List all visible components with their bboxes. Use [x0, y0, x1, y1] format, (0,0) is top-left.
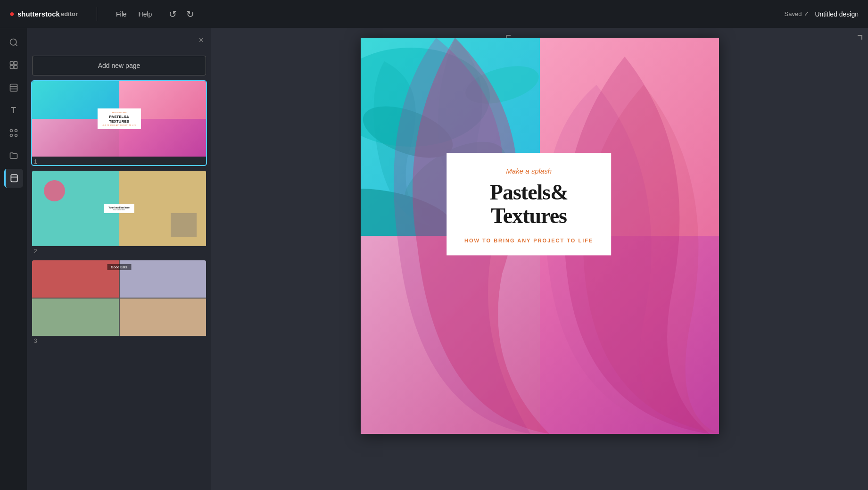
sidebar-item-elements[interactable]: [4, 78, 23, 97]
thumb-inner-3: Good Eats: [32, 260, 206, 336]
page-thumbnail-1[interactable]: Make a splash Pastels&Textures How to br…: [32, 81, 206, 165]
page-number-2: 2: [32, 248, 206, 255]
undo-redo-group: ↺ ↻: [166, 7, 197, 22]
thumb1-card-title: Pastels&Textures: [102, 115, 136, 124]
logo-icon: ●: [9, 9, 15, 19]
page-number-3: 3: [32, 338, 206, 344]
design-canvas: Make a splash Pastels& Textures HOW TO B…: [361, 38, 719, 434]
canvas-area[interactable]: Make a splash Pastels& Textures HOW TO B…: [211, 28, 868, 490]
card-title-line2: Textures: [491, 204, 567, 228]
svg-rect-4: [10, 66, 13, 69]
file-menu[interactable]: File: [116, 10, 127, 18]
card-title: Pastels& Textures: [458, 181, 600, 228]
card-subtitle: Make a splash: [458, 167, 600, 175]
svg-rect-6: [10, 84, 17, 91]
saved-badge: Saved ✓: [785, 10, 810, 17]
logo-text: shutterstock: [17, 10, 60, 18]
thumb-inner-2: Your headline here Your subtitle here: [32, 171, 206, 246]
thumb3-cell2: [120, 260, 207, 298]
sidebar-item-brand[interactable]: [4, 56, 23, 75]
svg-point-0: [10, 39, 16, 45]
page-thumbnail-2[interactable]: Your headline here Your subtitle here 2: [32, 171, 206, 255]
svg-rect-3: [14, 62, 17, 65]
canvas-quadrant-br: [540, 236, 719, 434]
page-thumbnail-3[interactable]: Good Eats 3: [32, 260, 206, 344]
svg-point-10: [15, 130, 17, 132]
svg-point-9: [10, 130, 12, 132]
app-logo: ● shutterstock editor: [9, 9, 78, 19]
svg-point-12: [15, 134, 17, 137]
add-page-button[interactable]: Add new page: [32, 56, 206, 75]
corner-handle-tr: [858, 35, 862, 40]
logo-suffix: editor: [61, 10, 78, 17]
svg-rect-2: [10, 62, 13, 65]
sidebar-item-apps[interactable]: [4, 124, 23, 142]
topbar-divider: [97, 7, 97, 21]
main-area: T × Add new page: [0, 28, 868, 490]
thumb2-circle: [44, 180, 65, 201]
saved-text: Saved: [785, 10, 802, 17]
design-card: Make a splash Pastels& Textures HOW TO B…: [446, 153, 612, 255]
thumb1-card: Make a splash Pastels&Textures How to br…: [97, 108, 141, 129]
topbar-nav: File Help: [116, 10, 152, 18]
thumb1-card-sub: How to bring any project to life: [102, 125, 136, 126]
card-bottom-text: HOW TO BRING ANY PROJECT TO LIFE: [458, 238, 600, 243]
thumb3-cell1: [32, 260, 119, 298]
sidebar-item-pages[interactable]: [4, 169, 23, 188]
undo-button[interactable]: ↺: [166, 7, 180, 22]
check-icon: ✓: [804, 10, 809, 17]
page-number-1: 1: [32, 158, 206, 165]
icon-sidebar: T: [0, 28, 27, 490]
thumb3-cell4: [120, 299, 207, 336]
design-title[interactable]: Untitled design: [815, 10, 859, 18]
thumb3-cell3: [32, 299, 119, 336]
sidebar-item-text[interactable]: T: [4, 101, 23, 120]
sidebar-item-folders[interactable]: [4, 146, 23, 165]
topbar: ● shutterstock editor File Help ↺ ↻ Save…: [0, 0, 868, 28]
panel-header: ×: [32, 33, 206, 50]
thumb-inner-1: Make a splash Pastels&Textures How to br…: [32, 81, 206, 157]
thumb3-grid: [32, 260, 206, 336]
svg-point-11: [10, 134, 12, 137]
help-menu[interactable]: Help: [139, 10, 152, 18]
card-title-line1: Pastels&: [490, 180, 568, 204]
topbar-actions: Saved ✓ Untitled design: [785, 10, 859, 18]
thumb2-sub: Your subtitle here: [108, 209, 130, 211]
thumb2-rect: [171, 213, 197, 237]
svg-line-1: [15, 44, 17, 46]
pages-panel: × Add new page Make a splash Pastels&Tex…: [27, 28, 211, 490]
thumb2-card: Your headline here Your subtitle here: [104, 204, 134, 213]
thumb3-label: Good Eats: [107, 264, 131, 270]
thumb1-card-subtitle: Make a splash: [102, 111, 136, 114]
close-panel-button[interactable]: ×: [198, 35, 204, 45]
svg-rect-13: [11, 175, 17, 182]
sidebar-item-search[interactable]: [4, 33, 23, 52]
redo-button[interactable]: ↻: [183, 7, 197, 22]
svg-rect-5: [14, 66, 17, 69]
